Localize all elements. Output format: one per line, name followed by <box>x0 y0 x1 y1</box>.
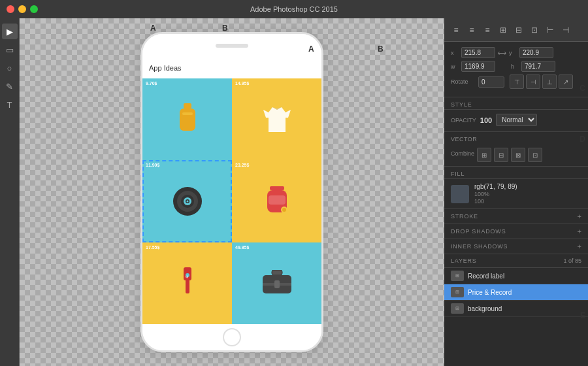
stroke-plus-icon: + <box>578 212 581 220</box>
intersect-btn[interactable]: ⊠ <box>511 148 525 162</box>
blend-mode-select[interactable]: Normal <box>496 114 537 126</box>
home-button[interactable] <box>223 328 241 346</box>
x-input[interactable] <box>461 47 495 58</box>
fill-opacity-value: 100 <box>474 198 517 205</box>
app-header-title: App Ideas <box>149 64 182 72</box>
phone-speaker <box>216 44 248 48</box>
svg-marker-3 <box>263 107 291 132</box>
label-b: B <box>378 44 384 54</box>
ellipse-tool[interactable]: ○ <box>2 60 18 76</box>
stroke-label: STROKE <box>451 213 478 220</box>
anchor-tl[interactable]: ⊤ <box>510 75 524 89</box>
text-tool[interactable]: T <box>2 97 18 112</box>
svg-point-10 <box>186 200 188 202</box>
price-2: 11.90$ <box>146 163 159 167</box>
unite-btn[interactable]: ⊞ <box>477 148 491 162</box>
h-icon: h <box>511 63 519 70</box>
price-1: 14.95$ <box>235 81 249 86</box>
svg-rect-1 <box>180 108 195 131</box>
vector-label: VECTOR <box>451 136 581 142</box>
svg-point-15 <box>282 208 286 212</box>
drop-shadows-plus-icon: + <box>578 227 581 235</box>
align-left-icon[interactable]: ≡ <box>449 24 463 37</box>
annotation-b: B <box>222 24 228 33</box>
anchor-tr[interactable]: ⊣ <box>526 75 540 89</box>
opacity-value: 100 <box>480 116 492 124</box>
inner-shadows-row[interactable]: INNER SHADOWS + <box>444 239 588 254</box>
fill-header: FILL <box>444 167 588 179</box>
subtract-btn[interactable]: ⊟ <box>494 148 508 162</box>
drop-shadows-row[interactable]: DROP SHADOWS + <box>444 224 588 239</box>
label-e: E <box>580 311 585 320</box>
minimize-button[interactable] <box>18 5 26 13</box>
app-header: App Ideas <box>142 58 321 78</box>
layer-item-1[interactable]: ⊞ Price & Record <box>444 284 588 301</box>
pen-tool[interactable]: ✎ <box>2 78 18 94</box>
select-tool[interactable]: ▶ <box>2 24 18 39</box>
product-cell-5: 49.85$ <box>232 242 321 324</box>
price-3: 23.25$ <box>235 163 249 167</box>
rotate-row: Rotate ⊤ ⊣ ⊥ ↗ <box>451 75 581 89</box>
grid-icon[interactable]: ⊡ <box>528 24 541 37</box>
svg-text:ψ: ψ <box>186 274 188 278</box>
title-bar: Adobe Photoshop CC 2015 <box>0 0 588 18</box>
combine-label: Combine <box>451 150 474 157</box>
canvas-area: A B App Ideas 9.70$ <box>20 18 444 366</box>
inner-shadows-plus-icon: + <box>578 242 581 250</box>
drop-shadows-label: DROP SHADOWS <box>451 228 506 235</box>
y-icon: y <box>509 50 517 56</box>
vector-section: VECTOR Combine ⊞ ⊟ ⊠ ⊡ <box>444 132 588 167</box>
y-input[interactable] <box>519 47 553 58</box>
align-center-icon[interactable]: ≡ <box>465 24 478 37</box>
vinyl-icon <box>172 186 203 217</box>
shirt-icon <box>262 105 292 135</box>
price-4: 17.55$ <box>146 245 159 250</box>
maximize-button[interactable] <box>30 5 38 13</box>
jar-icon <box>263 186 291 216</box>
product-cell-1: 14.95$ <box>232 78 321 160</box>
layer-name-2: background <box>468 305 581 312</box>
w-input[interactable] <box>461 61 495 72</box>
h-input[interactable] <box>521 61 555 72</box>
layer-thumb-2: ⊞ <box>451 303 464 314</box>
stroke-row[interactable]: STROKE + <box>444 209 588 224</box>
flip-v-icon[interactable]: ⊣ <box>559 24 572 37</box>
traffic-lights <box>7 5 38 13</box>
phone-bottom <box>142 324 321 350</box>
close-button[interactable] <box>7 5 14 13</box>
difference-btn[interactable]: ⊡ <box>528 148 542 162</box>
style-header: STYLE <box>444 97 588 110</box>
fill-color-preview[interactable] <box>451 185 469 203</box>
wh-row: w h <box>451 61 581 72</box>
briefcase-icon <box>261 270 293 296</box>
anchor-br[interactable]: ↗ <box>559 75 573 89</box>
label-a: A <box>308 44 314 54</box>
price-0: 9.70$ <box>146 81 157 86</box>
svg-rect-0 <box>184 103 191 108</box>
fill-info: rgb(71, 79, 89) 100% 100 <box>474 183 517 205</box>
product-cell-2[interactable]: 11.90$ <box>142 160 232 242</box>
phone-mockup: App Ideas 9.70$ <box>140 32 323 352</box>
w-icon: w <box>451 63 459 70</box>
x-row: x ⟷ y <box>451 47 581 58</box>
product-cell-3: 23.25$ <box>232 160 321 242</box>
anchor-bl[interactable]: ⊥ <box>542 75 557 89</box>
app-title: Adobe Photoshop CC 2015 <box>250 5 338 13</box>
product-cell-4: 17.55$ ψ <box>142 242 232 324</box>
left-tools: ▶ ▭ ○ ✎ T <box>0 18 20 366</box>
product-cell-0: 9.70$ <box>142 78 232 160</box>
phone-screen: App Ideas 9.70$ <box>142 58 321 324</box>
arrange-icon[interactable]: ⊟ <box>512 24 525 37</box>
layer-item-0[interactable]: ⊞ Record label <box>444 268 588 284</box>
rectangle-tool[interactable]: ▭ <box>2 42 18 58</box>
fill-row: rgb(71, 79, 89) 100% 100 <box>451 183 581 205</box>
price-5: 49.85$ <box>235 245 249 250</box>
rotate-input[interactable] <box>478 76 504 88</box>
svg-rect-11 <box>270 186 284 190</box>
distribute-icon[interactable]: ⊞ <box>497 24 510 37</box>
flip-h-icon[interactable]: ⊢ <box>544 24 557 37</box>
phone-top-bar <box>142 34 321 58</box>
fill-opacity-label: 100% <box>474 191 517 197</box>
layer-item-2[interactable]: ⊞ background <box>444 301 588 317</box>
align-right-icon[interactable]: ≡ <box>481 24 494 37</box>
